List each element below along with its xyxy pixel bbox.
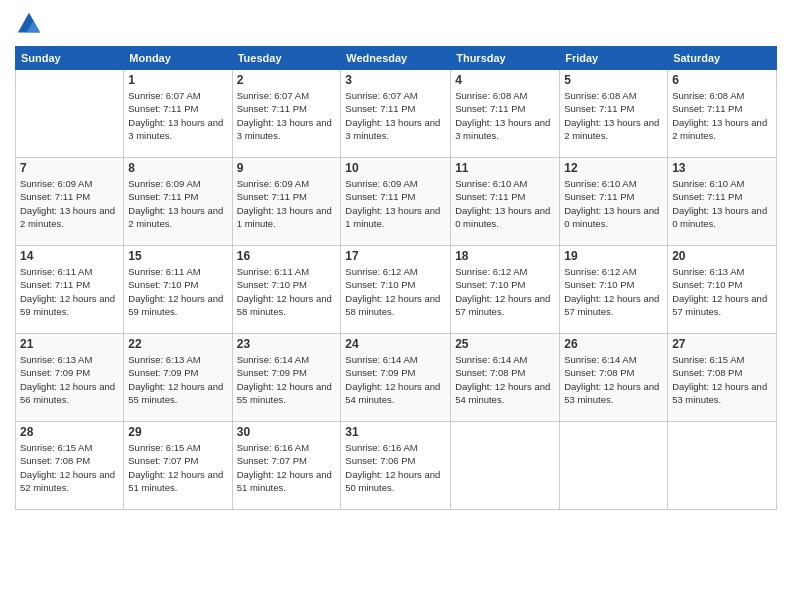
day-number: 20 (672, 249, 772, 263)
day-number: 31 (345, 425, 446, 439)
day-info: Sunrise: 6:08 AMSunset: 7:11 PMDaylight:… (672, 89, 772, 142)
day-info: Sunrise: 6:09 AMSunset: 7:11 PMDaylight:… (20, 177, 119, 230)
calendar-table: SundayMondayTuesdayWednesdayThursdayFrid… (15, 46, 777, 510)
day-number: 3 (345, 73, 446, 87)
calendar-cell: 11Sunrise: 6:10 AMSunset: 7:11 PMDayligh… (451, 158, 560, 246)
day-info: Sunrise: 6:14 AMSunset: 7:08 PMDaylight:… (564, 353, 663, 406)
day-number: 18 (455, 249, 555, 263)
weekday-header-wednesday: Wednesday (341, 47, 451, 70)
day-info: Sunrise: 6:11 AMSunset: 7:10 PMDaylight:… (237, 265, 337, 318)
calendar-cell: 5Sunrise: 6:08 AMSunset: 7:11 PMDaylight… (560, 70, 668, 158)
calendar-cell: 30Sunrise: 6:16 AMSunset: 7:07 PMDayligh… (232, 422, 341, 510)
calendar-cell: 15Sunrise: 6:11 AMSunset: 7:10 PMDayligh… (124, 246, 232, 334)
calendar-week-2: 7Sunrise: 6:09 AMSunset: 7:11 PMDaylight… (16, 158, 777, 246)
calendar-cell (16, 70, 124, 158)
day-number: 12 (564, 161, 663, 175)
weekday-header-saturday: Saturday (668, 47, 777, 70)
day-info: Sunrise: 6:15 AMSunset: 7:08 PMDaylight:… (672, 353, 772, 406)
day-number: 24 (345, 337, 446, 351)
day-number: 9 (237, 161, 337, 175)
day-info: Sunrise: 6:13 AMSunset: 7:10 PMDaylight:… (672, 265, 772, 318)
day-number: 29 (128, 425, 227, 439)
day-info: Sunrise: 6:08 AMSunset: 7:11 PMDaylight:… (564, 89, 663, 142)
calendar-cell: 18Sunrise: 6:12 AMSunset: 7:10 PMDayligh… (451, 246, 560, 334)
day-info: Sunrise: 6:13 AMSunset: 7:09 PMDaylight:… (20, 353, 119, 406)
calendar-cell (451, 422, 560, 510)
calendar-cell: 14Sunrise: 6:11 AMSunset: 7:11 PMDayligh… (16, 246, 124, 334)
calendar-cell: 9Sunrise: 6:09 AMSunset: 7:11 PMDaylight… (232, 158, 341, 246)
day-info: Sunrise: 6:12 AMSunset: 7:10 PMDaylight:… (345, 265, 446, 318)
calendar-cell: 10Sunrise: 6:09 AMSunset: 7:11 PMDayligh… (341, 158, 451, 246)
day-info: Sunrise: 6:11 AMSunset: 7:10 PMDaylight:… (128, 265, 227, 318)
header (15, 10, 777, 38)
day-number: 13 (672, 161, 772, 175)
calendar-cell: 16Sunrise: 6:11 AMSunset: 7:10 PMDayligh… (232, 246, 341, 334)
day-info: Sunrise: 6:14 AMSunset: 7:09 PMDaylight:… (237, 353, 337, 406)
day-number: 10 (345, 161, 446, 175)
day-info: Sunrise: 6:10 AMSunset: 7:11 PMDaylight:… (672, 177, 772, 230)
calendar-cell: 12Sunrise: 6:10 AMSunset: 7:11 PMDayligh… (560, 158, 668, 246)
calendar-cell: 4Sunrise: 6:08 AMSunset: 7:11 PMDaylight… (451, 70, 560, 158)
day-info: Sunrise: 6:12 AMSunset: 7:10 PMDaylight:… (455, 265, 555, 318)
day-info: Sunrise: 6:15 AMSunset: 7:08 PMDaylight:… (20, 441, 119, 494)
calendar-cell: 1Sunrise: 6:07 AMSunset: 7:11 PMDaylight… (124, 70, 232, 158)
calendar-cell: 23Sunrise: 6:14 AMSunset: 7:09 PMDayligh… (232, 334, 341, 422)
day-info: Sunrise: 6:13 AMSunset: 7:09 PMDaylight:… (128, 353, 227, 406)
calendar-cell (560, 422, 668, 510)
day-info: Sunrise: 6:07 AMSunset: 7:11 PMDaylight:… (345, 89, 446, 142)
day-info: Sunrise: 6:08 AMSunset: 7:11 PMDaylight:… (455, 89, 555, 142)
day-number: 4 (455, 73, 555, 87)
day-number: 30 (237, 425, 337, 439)
day-info: Sunrise: 6:14 AMSunset: 7:08 PMDaylight:… (455, 353, 555, 406)
day-number: 22 (128, 337, 227, 351)
day-number: 16 (237, 249, 337, 263)
weekday-header-friday: Friday (560, 47, 668, 70)
calendar-cell: 13Sunrise: 6:10 AMSunset: 7:11 PMDayligh… (668, 158, 777, 246)
day-info: Sunrise: 6:16 AMSunset: 7:07 PMDaylight:… (237, 441, 337, 494)
day-info: Sunrise: 6:09 AMSunset: 7:11 PMDaylight:… (345, 177, 446, 230)
day-info: Sunrise: 6:10 AMSunset: 7:11 PMDaylight:… (455, 177, 555, 230)
calendar-cell: 27Sunrise: 6:15 AMSunset: 7:08 PMDayligh… (668, 334, 777, 422)
day-number: 2 (237, 73, 337, 87)
day-number: 28 (20, 425, 119, 439)
day-info: Sunrise: 6:07 AMSunset: 7:11 PMDaylight:… (128, 89, 227, 142)
calendar-week-4: 21Sunrise: 6:13 AMSunset: 7:09 PMDayligh… (16, 334, 777, 422)
day-number: 19 (564, 249, 663, 263)
calendar-cell: 22Sunrise: 6:13 AMSunset: 7:09 PMDayligh… (124, 334, 232, 422)
logo (15, 10, 47, 38)
day-number: 15 (128, 249, 227, 263)
page-container: SundayMondayTuesdayWednesdayThursdayFrid… (0, 0, 792, 520)
day-number: 23 (237, 337, 337, 351)
calendar-cell: 25Sunrise: 6:14 AMSunset: 7:08 PMDayligh… (451, 334, 560, 422)
weekday-header-thursday: Thursday (451, 47, 560, 70)
calendar-cell: 26Sunrise: 6:14 AMSunset: 7:08 PMDayligh… (560, 334, 668, 422)
day-number: 5 (564, 73, 663, 87)
calendar-cell: 19Sunrise: 6:12 AMSunset: 7:10 PMDayligh… (560, 246, 668, 334)
day-number: 6 (672, 73, 772, 87)
day-number: 17 (345, 249, 446, 263)
day-number: 25 (455, 337, 555, 351)
day-info: Sunrise: 6:11 AMSunset: 7:11 PMDaylight:… (20, 265, 119, 318)
calendar-cell: 28Sunrise: 6:15 AMSunset: 7:08 PMDayligh… (16, 422, 124, 510)
calendar-cell: 6Sunrise: 6:08 AMSunset: 7:11 PMDaylight… (668, 70, 777, 158)
day-number: 7 (20, 161, 119, 175)
calendar-cell: 29Sunrise: 6:15 AMSunset: 7:07 PMDayligh… (124, 422, 232, 510)
day-info: Sunrise: 6:07 AMSunset: 7:11 PMDaylight:… (237, 89, 337, 142)
calendar-cell: 21Sunrise: 6:13 AMSunset: 7:09 PMDayligh… (16, 334, 124, 422)
calendar-cell: 8Sunrise: 6:09 AMSunset: 7:11 PMDaylight… (124, 158, 232, 246)
calendar-header-row: SundayMondayTuesdayWednesdayThursdayFrid… (16, 47, 777, 70)
calendar-cell: 3Sunrise: 6:07 AMSunset: 7:11 PMDaylight… (341, 70, 451, 158)
calendar-week-1: 1Sunrise: 6:07 AMSunset: 7:11 PMDaylight… (16, 70, 777, 158)
day-number: 26 (564, 337, 663, 351)
day-number: 11 (455, 161, 555, 175)
calendar-week-5: 28Sunrise: 6:15 AMSunset: 7:08 PMDayligh… (16, 422, 777, 510)
weekday-header-tuesday: Tuesday (232, 47, 341, 70)
day-info: Sunrise: 6:14 AMSunset: 7:09 PMDaylight:… (345, 353, 446, 406)
day-info: Sunrise: 6:15 AMSunset: 7:07 PMDaylight:… (128, 441, 227, 494)
calendar-cell: 7Sunrise: 6:09 AMSunset: 7:11 PMDaylight… (16, 158, 124, 246)
calendar-cell: 17Sunrise: 6:12 AMSunset: 7:10 PMDayligh… (341, 246, 451, 334)
day-number: 21 (20, 337, 119, 351)
weekday-header-monday: Monday (124, 47, 232, 70)
calendar-week-3: 14Sunrise: 6:11 AMSunset: 7:11 PMDayligh… (16, 246, 777, 334)
day-number: 14 (20, 249, 119, 263)
